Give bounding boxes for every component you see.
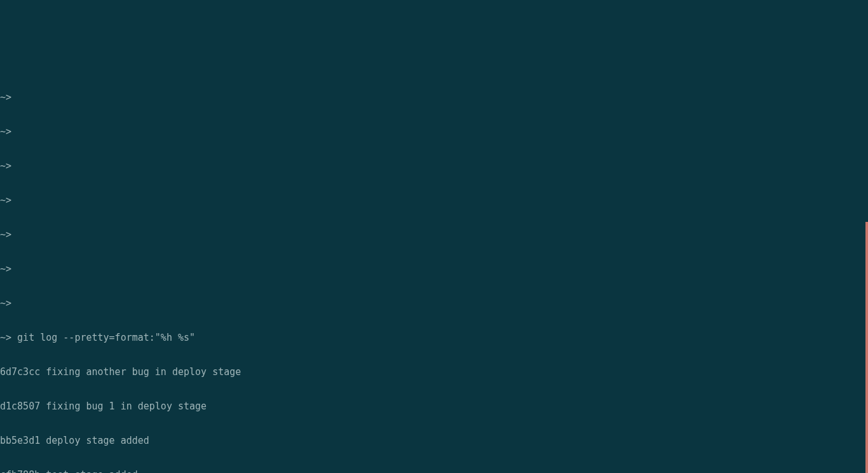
- prompt-line: ~>: [0, 160, 868, 172]
- prompt-line: ~>: [0, 263, 868, 275]
- prompt-line: ~>: [0, 298, 868, 309]
- prompt-line: ~>: [0, 92, 868, 103]
- output-line: 6d7c3cc fixing another bug in deploy sta…: [0, 366, 868, 378]
- scrollbar[interactable]: [865, 222, 868, 473]
- prompt-line: ~>: [0, 126, 868, 137]
- command-text: git log --pretty=format:"%h %s": [11, 332, 195, 343]
- output-line: d1c8507 fixing bug 1 in deploy stage: [0, 401, 868, 412]
- output-line: bb5e3d1 deploy stage added: [0, 435, 868, 446]
- blank-line: [0, 23, 868, 34]
- terminal[interactable]: ~> ~> ~> ~> ~> ~> ~> ~> git log --pretty…: [0, 0, 868, 473]
- blank-line: [0, 57, 868, 69]
- prompt-line: ~>: [0, 195, 868, 206]
- prompt-line: ~>: [0, 229, 868, 240]
- prompt: ~>: [0, 332, 11, 343]
- output-line: cfb788b test stage added: [0, 469, 868, 473]
- command-line: ~> git log --pretty=format:"%h %s": [0, 332, 868, 343]
